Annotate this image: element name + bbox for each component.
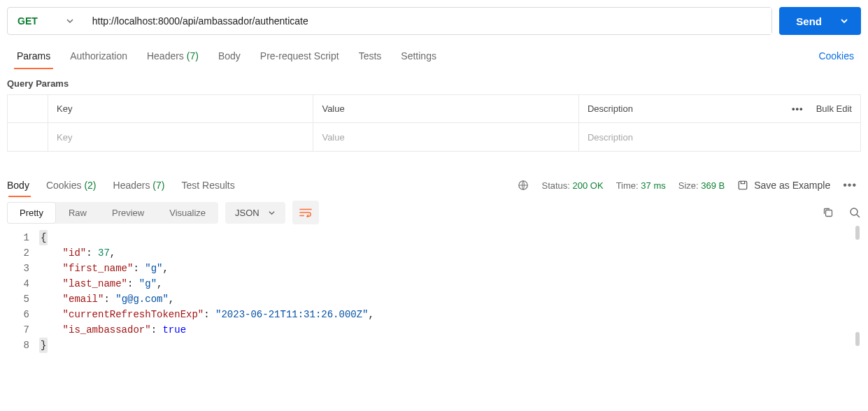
code-content: { "id": 37, "first_name": "g", "last_nam… xyxy=(39,230,868,353)
wrap-lines-button[interactable] xyxy=(292,201,319,224)
table-header-row: Key Value Description ••• Bulk Edit xyxy=(8,95,860,123)
tab-settings[interactable]: Settings xyxy=(391,43,446,68)
bulk-edit-button[interactable]: Bulk Edit xyxy=(816,103,852,114)
format-select[interactable]: JSON xyxy=(225,202,285,224)
response-body-toolbar: Pretty Raw Preview Visualize JSON xyxy=(0,194,868,224)
scrollbar[interactable] xyxy=(855,332,860,346)
resp-tab-headers[interactable]: Headers (7) xyxy=(105,174,173,196)
tab-params[interactable]: Params xyxy=(7,43,60,68)
svg-rect-1 xyxy=(739,181,747,189)
key-input[interactable] xyxy=(57,132,304,143)
svg-rect-2 xyxy=(826,210,832,217)
value-header: Value xyxy=(313,95,578,122)
tab-headers[interactable]: Headers (7) xyxy=(137,43,208,68)
send-button-label: Send xyxy=(796,15,822,27)
search-icon[interactable] xyxy=(848,206,861,219)
save-as-example-button[interactable]: Save as Example xyxy=(737,180,830,191)
request-tabs: Params Authorization Headers (7) Body Pr… xyxy=(0,42,868,70)
params-actions: ••• Bulk Edit xyxy=(769,95,860,122)
response-body[interactable]: 12345678 { "id": 37, "first_name": "g", … xyxy=(0,224,868,353)
request-url-bar: GET xyxy=(7,7,772,35)
view-preview[interactable]: Preview xyxy=(99,202,157,224)
time-label: Time: 37 ms xyxy=(616,180,666,191)
resp-tab-cookies[interactable]: Cookies (2) xyxy=(38,174,105,196)
send-button[interactable]: Send xyxy=(779,7,861,35)
view-pretty[interactable]: Pretty xyxy=(7,202,56,224)
key-header: Key xyxy=(48,95,313,122)
http-method-select[interactable]: GET xyxy=(8,8,84,34)
url-input[interactable] xyxy=(84,8,772,34)
view-raw[interactable]: Raw xyxy=(56,202,99,224)
table-row xyxy=(8,123,860,151)
cookies-link[interactable]: Cookies xyxy=(811,50,861,62)
status-label: Status: 200 OK xyxy=(541,180,603,191)
query-params-title: Query Params xyxy=(0,70,868,94)
scrollbar[interactable] xyxy=(855,226,860,240)
tab-prerequest[interactable]: Pre-request Script xyxy=(250,43,349,68)
row-checkbox[interactable] xyxy=(8,123,48,151)
response-status-bar: Status: 200 OK Time: 37 ms Size: 369 B S… xyxy=(518,179,861,192)
size-label: Size: 369 B xyxy=(678,180,725,191)
line-gutter: 12345678 xyxy=(0,230,39,353)
wrap-icon xyxy=(299,208,312,217)
checkbox-header xyxy=(8,95,48,122)
http-method-label: GET xyxy=(17,15,38,27)
view-visualize[interactable]: Visualize xyxy=(157,202,218,224)
resp-tab-body[interactable]: Body xyxy=(7,174,38,196)
tab-authorization[interactable]: Authorization xyxy=(60,43,137,68)
value-input[interactable] xyxy=(322,132,569,143)
view-mode-tabs: Pretty Raw Preview Visualize xyxy=(7,202,218,224)
svg-point-3 xyxy=(851,208,858,215)
description-header: Description xyxy=(579,95,769,122)
description-input[interactable] xyxy=(588,132,761,143)
chevron-down-icon xyxy=(66,17,74,25)
query-params-table: Key Value Description ••• Bulk Edit xyxy=(7,94,861,152)
tab-tests[interactable]: Tests xyxy=(349,43,392,68)
more-icon[interactable]: ••• xyxy=(843,179,861,192)
chevron-down-icon xyxy=(268,209,276,217)
tab-body[interactable]: Body xyxy=(208,43,250,68)
copy-icon[interactable] xyxy=(822,206,834,219)
more-icon[interactable]: ••• xyxy=(792,103,804,114)
resp-tab-test-results[interactable]: Test Results xyxy=(173,174,243,196)
response-tabs: Body Cookies (2) Headers (7) Test Result… xyxy=(0,152,868,194)
chevron-down-icon xyxy=(840,17,848,25)
network-icon[interactable] xyxy=(518,180,529,191)
